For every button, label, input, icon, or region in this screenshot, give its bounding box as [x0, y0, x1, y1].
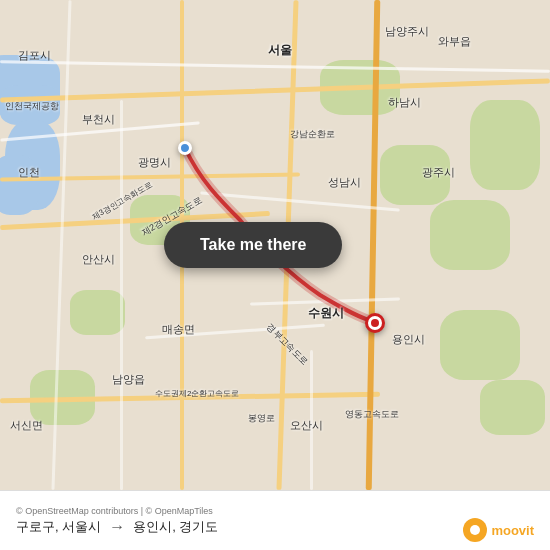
city-label-hanam: 하남시 [388, 95, 421, 110]
city-label-maesong: 매송면 [162, 322, 195, 337]
city-label-incheon-airport: 인천국제공항 [5, 100, 59, 113]
city-label-gwangju: 광주시 [422, 165, 455, 180]
origin-marker [178, 141, 192, 155]
city-label-osan: 오산시 [290, 418, 323, 433]
city-label-gimpo: 김포시 [18, 48, 51, 63]
city-label-seongnam: 성남시 [328, 175, 361, 190]
destination-marker [365, 313, 385, 333]
city-label-namyangju: 남양주시 [385, 24, 429, 39]
city-label-ansan: 안산시 [82, 252, 115, 267]
city-label-gangnamdunhwa: 강남순환로 [290, 128, 335, 141]
city-label-incheon: 인천 [18, 165, 40, 180]
city-label-sudogwon: 수도권제2순환고속도로 [155, 388, 239, 399]
city-label-seoul: 서울 [268, 42, 292, 59]
city-label-wabu: 와부읍 [438, 34, 471, 49]
city-label-gwangmyeong: 광명시 [138, 155, 171, 170]
moovit-logo: moovit [463, 518, 534, 542]
city-label-seoshin: 서신면 [10, 418, 43, 433]
city-label-jangan: 영동고속도로 [345, 408, 399, 421]
city-label-bongryeong: 봉영로 [248, 412, 275, 425]
moovit-logo-circle [463, 518, 487, 542]
map-container: 김포시 인천국제공항 인천 부천시 서울 광명시 남양주시 하남시 성남시 광주… [0, 0, 550, 490]
route-info: 구로구, 서울시 → 용인시, 경기도 [16, 518, 534, 536]
bottom-bar: © OpenStreetMap contributors | © OpenMap… [0, 490, 550, 550]
moovit-logo-text: moovit [491, 523, 534, 538]
city-label-suwon: 수원시 [308, 305, 344, 322]
city-label-bucheon: 부천시 [82, 112, 115, 127]
origin-label: 구로구, 서울시 [16, 518, 101, 536]
city-label-yongin: 용인시 [392, 332, 425, 347]
arrow-icon: → [109, 518, 125, 536]
city-label-namyang: 남양읍 [112, 372, 145, 387]
moovit-logo-dot [470, 525, 480, 535]
take-me-there-button[interactable]: Take me there [164, 222, 342, 268]
destination-label: 용인시, 경기도 [133, 518, 218, 536]
attribution-text: © OpenStreetMap contributors | © OpenMap… [16, 506, 534, 516]
